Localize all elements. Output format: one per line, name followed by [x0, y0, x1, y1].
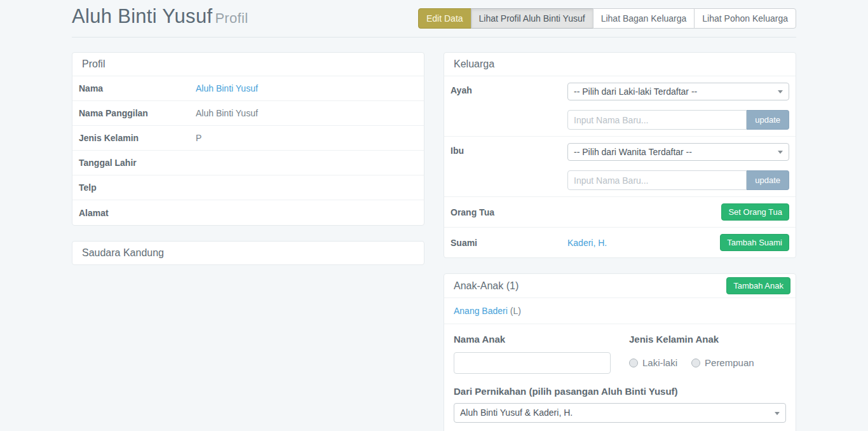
row-label: Nama	[79, 83, 196, 93]
anak-anak-panel-header: Anak-Anak (1) Tambah Anak	[444, 274, 796, 298]
content-row: Profil Nama Aluh Binti Yusuf Nama Panggi…	[72, 52, 796, 431]
laki-laki-radio[interactable]	[629, 359, 638, 367]
ayah-select[interactable]: -- Pilih dari Laki-laki Terdaftar --	[567, 83, 789, 100]
table-row: Telp	[72, 175, 424, 200]
header-divider	[72, 37, 796, 38]
profil-panel: Profil Nama Aluh Binti Yusuf Nama Panggi…	[72, 52, 424, 226]
lihat-pohon-keluarga-button[interactable]: Lihat Pohon Keluarga	[694, 8, 796, 29]
page-title: Aluh Binti YusufProfil	[72, 5, 248, 28]
page-header: Aluh Binti YusufProfil Edit Data Lihat P…	[72, 5, 796, 29]
dari-pernikahan-label: Dari Pernikahan (pilih pasangan Aluh Bin…	[454, 386, 786, 397]
keluarga-panel: Keluarga Ayah -- Pilih dari Laki-laki Te…	[444, 52, 796, 258]
ayah-new-name-input[interactable]	[567, 110, 747, 130]
nama-anak-column: Nama Anak	[454, 334, 629, 374]
suami-name-link[interactable]: Kaderi, H.	[567, 238, 607, 248]
profil-panel-title: Profil	[72, 53, 424, 76]
left-column: Profil Nama Aluh Binti Yusuf Nama Panggi…	[72, 52, 424, 280]
orang-tua-label: Orang Tua	[451, 207, 567, 217]
page-subtitle: Profil	[215, 10, 248, 26]
form-grid: Nama Anak Jenis Kelamin Anak Laki-laki	[454, 334, 786, 374]
ibu-select[interactable]: -- Pilih dari Wanita Terdaftar --	[567, 143, 789, 161]
ibu-new-name-input[interactable]	[567, 170, 747, 190]
anak-anak-panel: Anak-Anak (1) Tambah Anak Anang Baderi (…	[444, 273, 796, 431]
chevron-down-icon	[778, 151, 783, 154]
ayah-row: Ayah -- Pilih dari Laki-laki Terdaftar -…	[444, 76, 796, 137]
page: Aluh Binti YusufProfil Edit Data Lihat P…	[0, 0, 868, 431]
nama-value-link[interactable]: Aluh Binti Yusuf	[196, 83, 258, 93]
row-label: Telp	[79, 182, 196, 193]
radio-perempuan[interactable]: Perempuan	[691, 357, 754, 368]
ayah-input-group: update	[567, 110, 789, 130]
ibu-controls: -- Pilih dari Wanita Terdaftar -- update	[567, 143, 789, 190]
view-toolbar: Edit Data Lihat Profil Aluh Binti Yusuf …	[418, 8, 796, 29]
suami-label: Suami	[451, 238, 567, 248]
gender-radio-group: Laki-laki Perempuan	[629, 357, 786, 368]
ibu-select-value: -- Pilih dari Wanita Terdaftar --	[574, 147, 692, 157]
perempuan-radio-label[interactable]: Perempuan	[705, 357, 754, 368]
saudara-kandung-panel-title: Saudara Kandung	[72, 242, 424, 264]
row-label: Jenis Kelamin	[79, 133, 196, 143]
row-value: Aluh Binti Yusuf	[196, 108, 258, 118]
row-label: Tanggal Lahir	[79, 158, 196, 168]
row-label: Alamat	[79, 208, 196, 218]
nama-anak-label: Nama Anak	[454, 334, 629, 345]
row-value: P	[196, 133, 201, 143]
chevron-down-icon	[778, 90, 783, 93]
child-name-link[interactable]: Anang Baderi	[454, 306, 508, 316]
perempuan-radio[interactable]	[691, 359, 700, 367]
jenis-kelamin-anak-label: Jenis Kelamin Anak	[629, 334, 786, 345]
set-orang-tua-button[interactable]: Set Orang Tua	[721, 203, 789, 221]
saudara-kandung-panel: Saudara Kandung	[72, 241, 424, 265]
ayah-update-button[interactable]: update	[747, 110, 789, 130]
person-name: Aluh Binti Yusuf	[72, 5, 212, 27]
child-gender-suffix: (L)	[510, 306, 521, 316]
ibu-update-button[interactable]: update	[747, 170, 789, 190]
tambah-suami-button[interactable]: Tambah Suami	[720, 234, 789, 251]
ibu-input-group: update	[567, 170, 789, 190]
laki-laki-radio-label[interactable]: Laki-laki	[642, 357, 677, 368]
jenis-kelamin-column: Jenis Kelamin Anak Laki-laki Perempuan	[629, 334, 786, 374]
row-label: Nama Panggilan	[79, 108, 196, 118]
suami-row: Suami Kaderi, H. Tambah Suami	[444, 228, 796, 257]
tambah-anak-header-button[interactable]: Tambah Anak	[726, 277, 790, 294]
radio-laki-laki[interactable]: Laki-laki	[629, 357, 677, 368]
anak-anak-panel-title: Anak-Anak (1)	[454, 280, 519, 292]
keluarga-panel-title: Keluarga	[444, 53, 796, 76]
table-row: Tanggal Lahir	[72, 151, 424, 175]
table-row: Nama Aluh Binti Yusuf	[72, 76, 424, 101]
edit-data-button[interactable]: Edit Data	[418, 8, 471, 29]
right-column: Keluarga Ayah -- Pilih dari Laki-laki Te…	[444, 52, 796, 431]
nama-anak-input[interactable]	[454, 352, 611, 374]
orang-tua-row: Orang Tua Set Orang Tua	[444, 197, 796, 228]
table-row: Alamat	[72, 200, 424, 225]
lihat-bagan-keluarga-button[interactable]: Lihat Bagan Keluarga	[593, 8, 695, 29]
ayah-label: Ayah	[451, 83, 567, 130]
ibu-row: Ibu -- Pilih dari Wanita Terdaftar -- up…	[444, 137, 796, 197]
table-row: Jenis Kelamin P	[72, 126, 424, 151]
pernikahan-select[interactable]: Aluh Binti Yusuf & Kaderi, H.	[454, 403, 786, 423]
ayah-controls: -- Pilih dari Laki-laki Terdaftar -- upd…	[567, 83, 789, 130]
chevron-down-icon	[775, 412, 780, 415]
pernikahan-block: Dari Pernikahan (pilih pasangan Aluh Bin…	[454, 386, 786, 423]
table-row: Nama Panggilan Aluh Binti Yusuf	[72, 101, 424, 126]
lihat-profil-button[interactable]: Lihat Profil Aluh Binti Yusuf	[471, 8, 593, 29]
ibu-label: Ibu	[451, 143, 567, 190]
ayah-select-value: -- Pilih dari Laki-laki Terdaftar --	[574, 86, 697, 97]
add-child-form: Nama Anak Jenis Kelamin Anak Laki-laki	[444, 324, 796, 431]
pernikahan-select-value: Aluh Binti Yusuf & Kaderi, H.	[460, 407, 573, 418]
main-container: Aluh Binti YusufProfil Edit Data Lihat P…	[72, 0, 796, 431]
list-item: Anang Baderi (L)	[444, 298, 796, 324]
